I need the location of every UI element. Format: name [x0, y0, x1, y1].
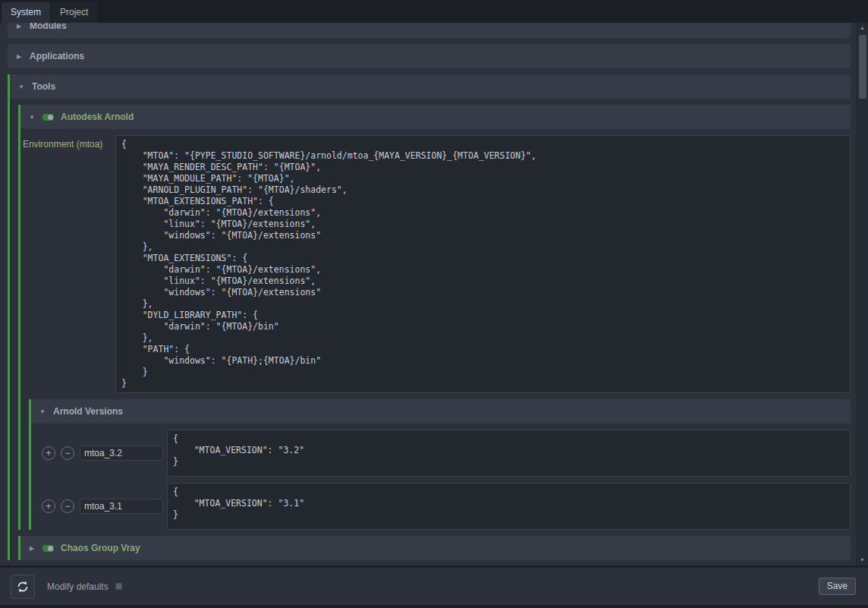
remove-version-button[interactable]: −: [61, 499, 74, 513]
section-title-tools: Tools: [32, 81, 55, 92]
chevron-right-icon: ▶: [15, 53, 23, 60]
enabled-toggle-icon[interactable]: [42, 114, 54, 121]
section-title-chaos-group-vray: Chaos Group Vray: [61, 543, 140, 553]
scrollbar-up-icon[interactable]: ▲: [857, 23, 868, 33]
chevron-down-icon: ▼: [17, 83, 25, 90]
scroll-area: ▶ Modules ▶ Applications ▼ Tools ▼ Autod…: [0, 23, 856, 565]
section-header-arnold-versions[interactable]: ▼ Arnold Versions: [31, 399, 851, 424]
toggle-knob: [48, 115, 53, 120]
chevron-down-icon: ▼: [39, 408, 46, 415]
chevron-down-icon: ▼: [28, 114, 36, 121]
section-title-arnold-versions: Arnold Versions: [53, 406, 123, 417]
settings-content: ▶ Modules ▶ Applications ▼ Tools ▼ Autod…: [0, 23, 868, 565]
add-version-button[interactable]: +: [42, 499, 55, 513]
chevron-right-icon: ▶: [28, 545, 36, 552]
version-json-textarea[interactable]: [167, 483, 851, 530]
version-row: + −: [42, 430, 851, 477]
section-header-chaos-group-vray[interactable]: ▶ Chaos Group Vray: [20, 536, 851, 560]
chevron-right-icon: ▶: [15, 23, 23, 30]
scrollbar-thumb[interactable]: [859, 35, 866, 99]
version-key-input[interactable]: [80, 446, 163, 461]
section-header-autodesk-arnold[interactable]: ▼ Autodesk Arnold: [20, 105, 851, 129]
refresh-button[interactable]: [11, 575, 35, 599]
environment-label: Environment (mtoa): [20, 135, 115, 150]
section-chaos-group-vray: ▶ Chaos Group Vray: [18, 536, 851, 560]
section-title-modules: Modules: [30, 23, 67, 31]
section-header-modules[interactable]: ▶ Modules: [8, 23, 851, 38]
tab-bar: System Project: [0, 0, 868, 23]
refresh-icon: [16, 580, 30, 594]
environment-json-textarea[interactable]: [115, 135, 851, 393]
section-autodesk-arnold: ▼ Autodesk Arnold Environment (mtoa) ▼ A…: [18, 105, 851, 530]
modify-defaults-label: Modify defaults: [47, 581, 108, 592]
tab-project[interactable]: Project: [51, 2, 97, 23]
section-header-tools[interactable]: ▼ Tools: [10, 74, 851, 99]
footer-bar: Modify defaults Save: [0, 567, 868, 605]
add-version-button[interactable]: +: [42, 446, 55, 460]
enabled-toggle-icon[interactable]: [42, 545, 54, 552]
scrollbar-down-icon[interactable]: ▼: [857, 555, 868, 565]
version-row: + −: [42, 483, 851, 530]
section-title-autodesk-arnold: Autodesk Arnold: [61, 112, 134, 122]
scrollbar[interactable]: ▲ ▼: [856, 23, 868, 565]
section-header-applications[interactable]: ▶ Applications: [8, 44, 851, 68]
save-button[interactable]: Save: [819, 578, 856, 595]
modify-defaults-checkbox[interactable]: [115, 583, 122, 590]
toggle-knob: [48, 546, 53, 551]
section-tools: ▼ Tools ▼ Autodesk Arnold Environment (m…: [8, 74, 851, 560]
remove-version-button[interactable]: −: [61, 446, 74, 460]
version-key-input[interactable]: [80, 499, 163, 514]
environment-row: Environment (mtoa): [20, 135, 851, 393]
section-arnold-versions: ▼ Arnold Versions + − + −: [29, 399, 851, 530]
version-json-textarea[interactable]: [167, 430, 851, 477]
tab-system[interactable]: System: [2, 2, 50, 23]
section-title-applications: Applications: [30, 51, 84, 61]
